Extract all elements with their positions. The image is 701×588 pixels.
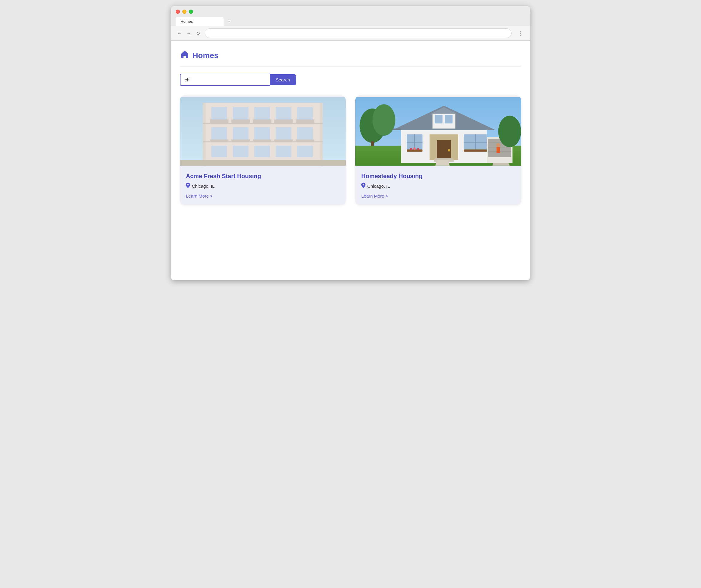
browser-controls: [176, 10, 525, 14]
svg-rect-30: [297, 146, 313, 157]
card-body-acme: Acme Fresh Start Housing Chicago, IL Lea…: [180, 167, 346, 205]
svg-rect-4: [203, 123, 323, 124]
learn-more-acme[interactable]: Learn More >: [186, 193, 213, 198]
minimize-button[interactable]: [182, 10, 187, 14]
svg-rect-8: [254, 107, 270, 120]
browser-tab-homes[interactable]: Homes: [176, 17, 224, 26]
card-acme: Acme Fresh Start Housing Chicago, IL Lea…: [180, 95, 346, 205]
page-content: Homes Search: [171, 41, 530, 280]
svg-rect-27: [233, 146, 249, 157]
svg-point-57: [413, 147, 416, 150]
svg-rect-22: [231, 140, 250, 142]
svg-rect-18: [254, 127, 270, 140]
address-bar[interactable]: [205, 28, 511, 38]
card-location-acme: Chicago, IL: [186, 183, 340, 189]
svg-rect-11: [210, 120, 228, 123]
refresh-button[interactable]: ↻: [195, 29, 201, 37]
svg-rect-2: [203, 103, 206, 166]
close-button[interactable]: [176, 10, 180, 14]
svg-rect-68: [497, 147, 500, 153]
svg-rect-54: [407, 149, 423, 152]
browser-titlebar: Homes +: [171, 6, 530, 26]
svg-rect-26: [211, 146, 227, 157]
svg-rect-28: [254, 146, 270, 157]
svg-rect-7: [233, 107, 249, 120]
svg-point-67: [496, 143, 500, 147]
browser-menu-button[interactable]: ⋮: [515, 29, 525, 38]
svg-point-34: [372, 104, 395, 136]
svg-rect-44: [445, 115, 453, 124]
svg-marker-40: [393, 129, 401, 130]
browser-window: Homes + ← → ↻ ⋮ Homes: [171, 6, 530, 280]
svg-rect-13: [253, 120, 271, 123]
svg-rect-12: [231, 120, 250, 123]
svg-rect-15: [296, 120, 314, 123]
svg-rect-3: [320, 103, 323, 166]
forward-button[interactable]: →: [185, 29, 193, 37]
card-image-homesteady: [355, 95, 521, 167]
location-text-homesteady: Chicago, IL: [367, 184, 390, 189]
svg-rect-43: [435, 115, 443, 124]
search-bar: Search: [180, 74, 521, 86]
new-tab-button[interactable]: +: [225, 17, 233, 26]
svg-rect-19: [276, 127, 291, 140]
card-body-homesteady: Homesteady Housing Chicago, IL Learn Mor…: [355, 167, 521, 205]
app-title: Homes: [193, 51, 219, 60]
maximize-button[interactable]: [189, 10, 193, 14]
svg-rect-55: [464, 149, 487, 152]
card-image-acme: [180, 95, 346, 167]
results-grid: Acme Fresh Start Housing Chicago, IL Lea…: [180, 95, 521, 205]
svg-rect-14: [274, 120, 293, 123]
learn-more-homesteady[interactable]: Learn More >: [361, 193, 388, 198]
back-button[interactable]: ←: [176, 29, 183, 37]
location-pin-icon-acme: [186, 183, 190, 189]
svg-rect-23: [253, 140, 271, 142]
svg-rect-60: [435, 158, 452, 160]
card-title-acme: Acme Fresh Start Housing: [186, 173, 340, 180]
svg-point-56: [410, 148, 412, 150]
tab-label: Homes: [181, 19, 193, 24]
card-location-homesteady: Chicago, IL: [361, 183, 515, 189]
home-icon: [180, 50, 190, 61]
app-header: Homes: [180, 47, 521, 66]
card-title-homesteady: Homesteady Housing: [361, 173, 515, 180]
svg-rect-25: [296, 140, 314, 142]
svg-marker-69: [435, 160, 450, 166]
svg-point-58: [417, 148, 419, 150]
nav-buttons: ← → ↻: [176, 29, 201, 37]
svg-rect-20: [297, 127, 313, 140]
search-input[interactable]: [180, 74, 270, 86]
svg-rect-24: [274, 140, 293, 142]
svg-rect-10: [297, 107, 313, 120]
svg-rect-29: [276, 146, 291, 157]
svg-rect-21: [210, 140, 228, 142]
browser-tab-bar: Homes +: [176, 17, 525, 26]
svg-rect-31: [180, 160, 346, 166]
svg-rect-9: [276, 107, 291, 120]
location-text-acme: Chicago, IL: [192, 184, 215, 189]
svg-point-66: [498, 116, 521, 147]
search-button[interactable]: Search: [270, 74, 296, 85]
svg-rect-16: [211, 127, 227, 140]
browser-addressbar: ← → ↻ ⋮: [171, 26, 530, 41]
svg-rect-6: [211, 107, 227, 120]
svg-rect-17: [233, 127, 249, 140]
location-pin-icon-homesteady: [361, 183, 366, 189]
card-homesteady: Homesteady Housing Chicago, IL Learn Mor…: [355, 95, 521, 205]
svg-point-50: [448, 149, 450, 152]
